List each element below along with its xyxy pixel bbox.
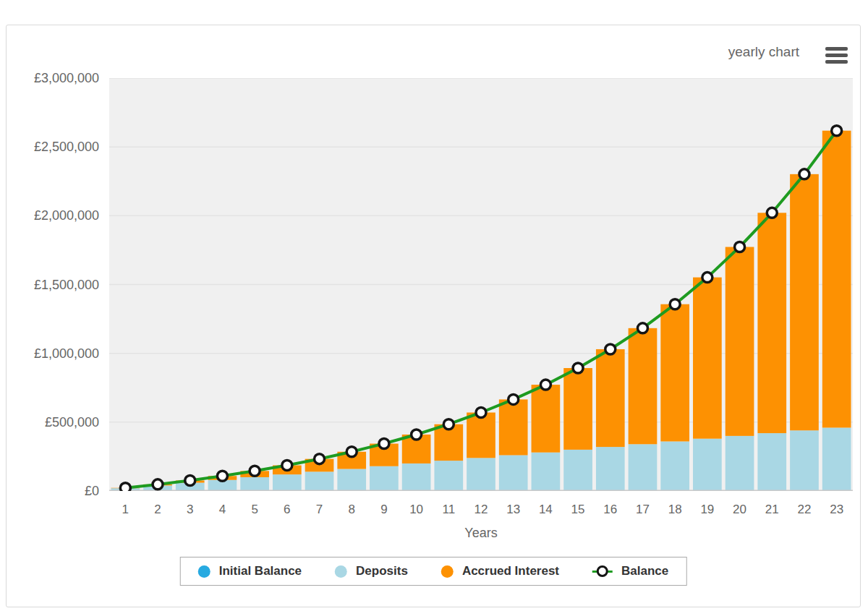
x-tick-label: 11 [433, 501, 465, 518]
x-tick-label: 19 [692, 501, 724, 518]
x-tick-label: 5 [239, 501, 271, 518]
bar-segment-deposits[interactable] [273, 474, 302, 491]
x-tick-label: 3 [174, 501, 206, 518]
x-axis-title: Years [109, 526, 853, 541]
legend-item-accrued-interest[interactable]: Accrued Interest [441, 564, 559, 578]
bar-segment-accrued-interest[interactable] [757, 213, 786, 433]
balance-marker[interactable] [153, 479, 163, 490]
bar-segment-accrued-interest[interactable] [596, 349, 625, 447]
x-tick-label: 21 [756, 501, 788, 518]
balance-marker[interactable] [702, 273, 712, 283]
y-tick-label: £2,000,000 [7, 208, 99, 223]
x-tick-label: 8 [336, 501, 368, 518]
legend-label-deposits: Deposits [356, 564, 408, 578]
bar-segment-deposits[interactable] [693, 439, 722, 491]
balance-marker[interactable] [346, 447, 357, 457]
balance-marker[interactable] [799, 169, 809, 179]
y-axis-labels: £0£500,000£1,000,000£1,500,000£2,000,000… [7, 25, 99, 531]
bar-segment-accrued-interest[interactable] [660, 304, 689, 442]
bar-segment-deposits[interactable] [726, 436, 754, 491]
chart-view-label: yearly chart [728, 44, 799, 60]
legend-item-balance[interactable]: Balance [592, 564, 668, 578]
bar-segment-deposits[interactable] [596, 447, 625, 491]
balance-marker[interactable] [217, 471, 227, 481]
bar-segment-deposits[interactable] [402, 463, 431, 491]
legend-item-initial-balance[interactable]: Initial Balance [198, 564, 302, 578]
hamburger-bar [825, 47, 848, 51]
x-axis-labels: 1234567891011121314151617181920212223 [109, 501, 853, 518]
balance-line-marker-icon [592, 565, 613, 578]
x-tick-label: 23 [820, 501, 853, 518]
x-tick-label: 15 [562, 501, 595, 518]
bar-segment-deposits[interactable] [629, 444, 658, 491]
balance-marker[interactable] [573, 363, 583, 373]
bar-segment-accrued-interest[interactable] [790, 174, 819, 430]
bar-segment-deposits[interactable] [370, 466, 399, 491]
balance-marker[interactable] [540, 380, 550, 390]
bar-segment-accrued-interest[interactable] [532, 385, 561, 453]
hamburger-icon[interactable] [825, 47, 848, 64]
bar-segment-deposits[interactable] [240, 477, 269, 491]
bar-segment-accrued-interest[interactable] [693, 278, 722, 439]
y-tick-label: £2,500,000 [7, 139, 99, 155]
initial-balance-swatch-icon [198, 565, 210, 578]
balance-marker[interactable] [443, 419, 454, 430]
balance-marker[interactable] [282, 461, 292, 471]
x-tick-label: 16 [594, 501, 626, 518]
bar-segment-deposits[interactable] [822, 427, 851, 491]
balance-marker[interactable] [476, 408, 486, 418]
x-tick-label: 17 [626, 501, 659, 518]
x-tick-label: 6 [271, 501, 303, 518]
bar-segment-deposits[interactable] [563, 450, 592, 491]
page: yearly chart £0£500,000£1,000,000£1,500,… [0, 0, 868, 611]
y-tick-label: £1,000,000 [7, 346, 99, 362]
x-tick-label: 12 [465, 501, 498, 518]
bar-segment-accrued-interest[interactable] [499, 399, 528, 455]
bar-segment-accrued-interest[interactable] [629, 328, 658, 444]
balance-marker[interactable] [735, 242, 745, 252]
x-tick-label: 4 [206, 501, 239, 518]
balance-marker[interactable] [605, 344, 616, 354]
bar-segment-deposits[interactable] [305, 471, 334, 491]
balance-marker[interactable] [185, 475, 195, 485]
bar-segment-accrued-interest[interactable] [467, 413, 495, 458]
x-tick-label: 9 [368, 501, 401, 518]
legend-label-balance: Balance [621, 564, 668, 578]
bar-segment-accrued-interest[interactable] [822, 131, 851, 428]
balance-marker[interactable] [637, 323, 647, 333]
bar-segment-deposits[interactable] [467, 458, 495, 491]
balance-marker[interactable] [412, 430, 422, 440]
bar-segment-deposits[interactable] [499, 456, 528, 491]
y-tick-label: £500,000 [7, 414, 99, 430]
balance-marker[interactable] [509, 394, 519, 404]
accrued-interest-swatch-icon [441, 565, 454, 578]
x-tick-label: 22 [788, 501, 821, 518]
bar-segment-deposits[interactable] [337, 469, 366, 491]
balance-marker[interactable] [120, 483, 130, 491]
x-tick-label: 7 [303, 501, 336, 518]
bar-segment-deposits[interactable] [757, 433, 786, 491]
balance-marker[interactable] [832, 126, 842, 136]
legend-marker-ring [597, 565, 608, 577]
bar-segment-deposits[interactable] [434, 461, 463, 491]
legend-label-initial-balance: Initial Balance [219, 564, 302, 578]
bar-segment-deposits[interactable] [790, 430, 819, 491]
balance-marker[interactable] [250, 466, 260, 476]
hamburger-bar [825, 60, 848, 64]
bar-segment-accrued-interest[interactable] [726, 247, 754, 436]
balance-marker[interactable] [670, 299, 680, 309]
chart-legend: Initial BalanceDepositsAccrued InterestB… [180, 557, 687, 586]
x-tick-label: 2 [142, 501, 174, 518]
hamburger-bar [825, 54, 848, 57]
balance-marker[interactable] [315, 454, 325, 464]
bar-segment-accrued-interest[interactable] [563, 368, 592, 450]
y-tick-label: £1,500,000 [7, 277, 99, 293]
y-tick-label: £3,000,000 [7, 70, 99, 86]
balance-marker[interactable] [379, 439, 389, 449]
bar-segment-deposits[interactable] [660, 441, 689, 491]
legend-item-deposits[interactable]: Deposits [335, 564, 408, 578]
bar-segment-deposits[interactable] [532, 453, 561, 491]
balance-marker[interactable] [767, 208, 777, 218]
chart-svg [109, 78, 853, 491]
x-tick-label: 18 [659, 501, 692, 518]
